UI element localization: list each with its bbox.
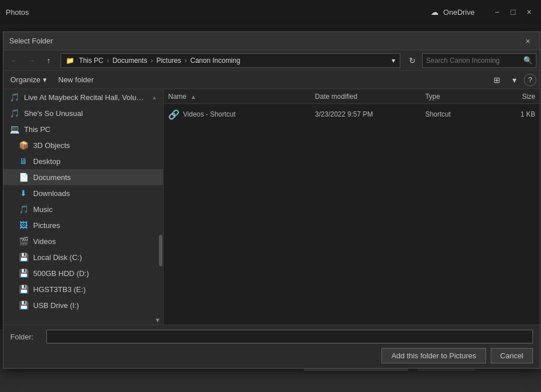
help-button[interactable]: ? (524, 74, 536, 86)
nav-label-music: Music (33, 205, 53, 214)
nav-item-videos[interactable]: 🎬 Videos (3, 233, 163, 249)
nav-label-shes-so-unusual: She's So Unusual (24, 109, 83, 118)
nav-item-live-at-maybeck[interactable]: 🎵 Live At Maybeck Recital Hall, Volume N… (3, 89, 163, 105)
app-maximize-btn[interactable]: □ (507, 6, 519, 18)
footer-button-row: Add this folder to Pictures Cancel (10, 348, 533, 363)
column-name[interactable]: Name ▲ (168, 93, 315, 101)
onedrive-label: OneDrive (443, 8, 475, 17)
column-modified-label: Date modified (315, 93, 357, 101)
nav-label-this-pc: This PC (24, 125, 50, 134)
view-dropdown-button[interactable]: ▾ (507, 73, 522, 87)
folder-input[interactable] (46, 330, 533, 343)
nav-item-usb-drive[interactable]: 💾 USB Drive (I:) (3, 297, 163, 313)
breadcrumb-sep2: › (150, 57, 153, 65)
folder-row: Folder: (10, 330, 533, 343)
nav-item-local-disk-c[interactable]: 💾 Local Disk (C:) (3, 249, 163, 265)
back-button[interactable]: ← (7, 53, 22, 68)
drive-d-icon: 💾 (18, 269, 29, 278)
nav-item-3d-objects[interactable]: 📦 3D Objects (3, 137, 163, 153)
nav-label-desktop: Desktop (33, 157, 61, 166)
search-bar: 🔍 (422, 53, 536, 68)
music-icon-2: 🎵 (9, 109, 19, 118)
nav-item-pictures[interactable]: 🖼 Pictures (3, 217, 163, 233)
file-name-label: Videos - Shortcut (183, 110, 236, 118)
add-folder-button[interactable]: Add this folder to Pictures (381, 348, 486, 363)
dialog-toolbar: ← → ↑ 📁 This PC › Documents › Pictures ›… (3, 50, 540, 71)
dialog-titlebar: Select Folder × (3, 32, 540, 50)
documents-icon: 📄 (18, 173, 29, 182)
dialog-toolbar2: Organize ▾ New folder ⊞ ▾ ? (3, 71, 540, 89)
nav-item-hgst3tb3[interactable]: 💾 HGST3TB3 (E:) (3, 281, 163, 297)
app-title: Photos (6, 8, 29, 17)
breadcrumb-folder-icon: 📁 (66, 57, 74, 65)
nav-item-desktop[interactable]: 🖥 Desktop (3, 153, 163, 169)
breadcrumb-sep1: › (107, 57, 109, 65)
table-row[interactable]: 🔗 Videos - Shortcut 3/23/2022 9:57 PM Sh… (164, 106, 540, 122)
nav-label-usb-drive: USB Drive (I:) (33, 301, 79, 310)
breadcrumb-dropdown-icon[interactable]: ▾ (392, 57, 395, 65)
nav-expand-icon-1: ▲ (152, 94, 157, 101)
breadcrumb-documents[interactable]: Documents (113, 57, 148, 65)
nav-label-3d-objects: 3D Objects (33, 141, 70, 150)
refresh-button[interactable]: ↻ (405, 53, 420, 68)
scroll-down-indicator: ▼ (154, 317, 161, 323)
app-close-btn[interactable]: × (523, 6, 535, 18)
column-name-label: Name (168, 93, 186, 101)
forward-button[interactable]: → (24, 53, 39, 68)
breadcrumb-bar[interactable]: 📁 This PC › Documents › Pictures › Canon… (61, 53, 400, 68)
column-modified[interactable]: Date modified (315, 93, 425, 101)
pictures-icon: 🖼 (18, 221, 29, 230)
sort-arrow: ▲ (190, 94, 196, 100)
file-list-header: Name ▲ Date modified Type Size (164, 89, 540, 104)
file-modified-cell: 3/23/2022 9:57 PM (315, 110, 425, 118)
music-icon-3: 🎵 (18, 205, 29, 214)
nav-label-downloads: Downloads (33, 189, 70, 198)
desktop-icon: 🖥 (18, 157, 29, 166)
file-size-value: 1 KB (520, 110, 535, 118)
dialog-footer: Folder: Add this folder to Pictures Canc… (3, 325, 540, 368)
nav-item-music[interactable]: 🎵 Music (3, 201, 163, 217)
breadcrumb-canon-incoming[interactable]: Canon Incoming (190, 57, 240, 65)
app-minimize-btn[interactable]: − (491, 6, 503, 18)
drive-i-icon: 💾 (18, 301, 29, 310)
search-icon-button[interactable]: 🔍 (523, 56, 532, 65)
file-modified-value: 3/23/2022 9:57 PM (315, 110, 373, 118)
left-panel-scrollbar-thumb (159, 235, 162, 266)
nav-label-500gb-hdd: 500GB HDD (D:) (33, 269, 89, 278)
breadcrumb-pictures[interactable]: Pictures (156, 57, 181, 65)
left-nav-panel: 🎵 Live At Maybeck Recital Hall, Volume N… (3, 89, 164, 325)
nav-label-local-disk-c: Local Disk (C:) (33, 253, 82, 262)
nav-item-500gb-hdd[interactable]: 💾 500GB HDD (D:) (3, 265, 163, 281)
toolbar2-right: ⊞ ▾ ? (490, 73, 536, 87)
cancel-button[interactable]: Cancel (491, 348, 533, 363)
up-button[interactable]: ↑ (41, 53, 56, 68)
nav-label-live-at-maybeck: Live At Maybeck Recital Hall, Volume Nir (24, 93, 147, 102)
search-input[interactable] (426, 57, 521, 65)
breadcrumb-sep3: › (185, 57, 187, 65)
column-size[interactable]: Size (499, 93, 535, 101)
file-type-cell: Shortcut (425, 110, 498, 118)
nav-item-documents[interactable]: 📄 Documents (3, 169, 163, 185)
column-type-label: Type (425, 93, 440, 101)
breadcrumb-this-pc[interactable]: This PC (79, 57, 104, 65)
organize-chevron-icon: ▾ (43, 75, 47, 84)
drive-e-icon: 💾 (18, 285, 29, 294)
3d-icon: 📦 (18, 141, 29, 150)
new-folder-button[interactable]: New folder (55, 73, 97, 86)
organize-button[interactable]: Organize ▾ (7, 73, 50, 86)
shortcut-icon: 🔗 (168, 109, 180, 120)
nav-item-this-pc[interactable]: 💻 This PC (3, 121, 163, 137)
nav-item-downloads[interactable]: ⬇ Downloads (3, 185, 163, 201)
view-toggle-button[interactable]: ⊞ (490, 73, 504, 87)
app-bar: Photos ☁ OneDrive − □ × (0, 0, 541, 24)
organize-label: Organize (10, 75, 41, 84)
column-size-label: Size (522, 93, 535, 101)
file-type-value: Shortcut (425, 110, 451, 118)
right-file-panel: Name ▲ Date modified Type Size 🔗 (164, 89, 540, 325)
nav-item-shes-so-unusual[interactable]: 🎵 She's So Unusual (3, 105, 163, 121)
column-type[interactable]: Type (425, 93, 498, 101)
drive-c-icon: 💾 (18, 253, 29, 262)
downloads-icon: ⬇ (18, 189, 29, 198)
nav-label-hgst3tb3: HGST3TB3 (E:) (33, 285, 86, 294)
dialog-close-btn[interactable]: × (522, 35, 534, 47)
